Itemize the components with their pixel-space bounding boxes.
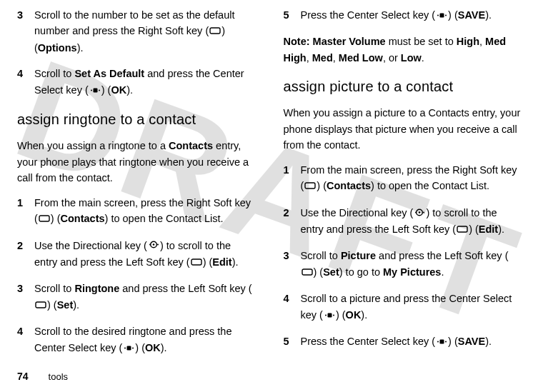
svg-point-29 bbox=[445, 341, 447, 343]
heading-assign-ringtone: assign ringtone to a contact bbox=[17, 109, 255, 131]
ringtone-step-4: 4 Scroll to the desired ringtone and pre… bbox=[17, 323, 255, 356]
high-label: High bbox=[457, 36, 479, 47]
picture-step-3: 3 Scroll to Picture and press the Left S… bbox=[284, 248, 522, 281]
text: ). bbox=[126, 84, 133, 96]
picture-step-5: 5 Press the Center Select key () (SAVE). bbox=[284, 333, 522, 350]
step-number: 4 bbox=[17, 66, 34, 99]
svg-rect-28 bbox=[440, 340, 444, 344]
text: and press the Left Soft key ( bbox=[376, 250, 508, 261]
contacts-label: Contacts bbox=[169, 140, 213, 151]
step-number: 4 bbox=[17, 323, 34, 356]
text: ) to open the Contact List. bbox=[371, 180, 489, 191]
text: ). bbox=[232, 256, 239, 268]
step-text: Press the Center Select key () (SAVE). bbox=[301, 7, 522, 24]
text: ) ( bbox=[135, 342, 145, 353]
text: When you assign a ringtone to a bbox=[17, 140, 169, 151]
options-label: Options bbox=[38, 42, 77, 54]
right-step-5: 5 Press the Center Select key () (SAVE). bbox=[284, 7, 522, 24]
text: ) ( bbox=[448, 9, 458, 21]
step-number: 3 bbox=[17, 7, 34, 56]
softkey-rect-icon bbox=[39, 211, 50, 227]
left-step-3: 3 Scroll to the number to be set as the … bbox=[17, 7, 255, 56]
softkey-rect-icon bbox=[191, 255, 202, 271]
directional-key-icon bbox=[414, 206, 425, 221]
svg-point-26 bbox=[333, 314, 334, 316]
save-label: SAVE bbox=[458, 336, 485, 347]
text: ). bbox=[77, 42, 84, 54]
text: ) ( bbox=[47, 299, 57, 311]
svg-point-21 bbox=[423, 211, 424, 213]
text: ) ( bbox=[51, 213, 61, 224]
text: Scroll to the number to be set as the de… bbox=[34, 9, 235, 36]
step-text: Scroll to Picture and press the Left Sof… bbox=[301, 248, 522, 281]
svg-point-20 bbox=[419, 211, 421, 213]
svg-rect-22 bbox=[457, 226, 467, 232]
picture-step-2: 2 Use the Directional key () to scroll t… bbox=[284, 205, 522, 238]
step-number: 3 bbox=[17, 281, 34, 313]
text: ). bbox=[498, 223, 504, 235]
note-label: Note: bbox=[284, 36, 310, 47]
text: , bbox=[333, 52, 339, 64]
text: ) ( bbox=[336, 309, 346, 321]
svg-point-11 bbox=[124, 347, 126, 348]
text: ) ( bbox=[469, 223, 479, 235]
ringtone-label: Ringtone bbox=[74, 283, 119, 294]
step-text: Scroll to the number to be set as the de… bbox=[34, 7, 255, 56]
med-label: Med bbox=[312, 52, 333, 64]
my-pictures-label: My Pictures bbox=[383, 266, 441, 278]
text: ) ( bbox=[203, 256, 213, 268]
svg-rect-12 bbox=[127, 346, 131, 350]
text: Scroll to bbox=[34, 283, 74, 294]
svg-point-13 bbox=[132, 347, 134, 348]
svg-point-16 bbox=[445, 14, 447, 16]
directional-key-icon bbox=[148, 238, 159, 253]
low-label: Low bbox=[401, 52, 422, 64]
text: ) ( bbox=[101, 84, 111, 96]
ok-label: OK bbox=[346, 309, 362, 321]
contacts-label: Contacts bbox=[61, 213, 105, 224]
text: ) ( bbox=[314, 266, 324, 278]
heading-assign-picture: assign picture to a contact bbox=[284, 76, 522, 98]
picture-step-4: 4 Scroll to a picture and press the Cent… bbox=[284, 291, 522, 323]
left-column: 3 Scroll to the number to be set as the … bbox=[17, 7, 255, 364]
edit-label: Edit bbox=[479, 223, 498, 235]
softkey-rect-icon bbox=[35, 298, 46, 313]
step-text: Scroll to Ringtone and press the Left So… bbox=[34, 281, 255, 313]
svg-point-3 bbox=[99, 89, 100, 91]
step-number: 4 bbox=[284, 291, 301, 323]
ringtone-step-1: 1 From the main screen, press the Right … bbox=[17, 195, 255, 228]
svg-rect-25 bbox=[327, 313, 332, 317]
set-label: Set bbox=[57, 299, 74, 311]
svg-rect-23 bbox=[302, 269, 312, 275]
text: , bbox=[307, 52, 312, 64]
text: . bbox=[441, 266, 444, 278]
picture-label: Picture bbox=[341, 250, 376, 261]
svg-rect-10 bbox=[36, 302, 46, 308]
ok-label: OK bbox=[145, 342, 161, 353]
text: and press the Left Soft key ( bbox=[119, 283, 251, 294]
step-number: 2 bbox=[17, 238, 34, 271]
center-select-icon bbox=[89, 83, 101, 99]
svg-rect-17 bbox=[305, 183, 315, 189]
step-text: From the main screen, press the Right So… bbox=[301, 162, 522, 195]
contacts-label: Contacts bbox=[327, 180, 371, 191]
svg-rect-9 bbox=[191, 259, 201, 265]
center-select-icon bbox=[123, 341, 134, 356]
softkey-rect-icon bbox=[304, 179, 316, 194]
step-number: 1 bbox=[17, 195, 34, 228]
step-text: Scroll to the desired ringtone and press… bbox=[34, 323, 255, 356]
text: ) ( bbox=[317, 180, 327, 191]
step-text: Scroll to a picture and press the Center… bbox=[301, 291, 522, 323]
page-footer: 74 tools bbox=[17, 371, 68, 382]
text: ) to go to bbox=[339, 266, 383, 278]
text: ). bbox=[361, 309, 367, 321]
text: ) ( bbox=[448, 336, 458, 347]
softkey-rect-icon bbox=[302, 265, 313, 281]
step-text: Use the Directional key () to scroll to … bbox=[301, 205, 522, 238]
text: ) to open the Contact List. bbox=[105, 213, 224, 224]
footer-section: tools bbox=[49, 371, 68, 382]
text: Press the Center Select key ( bbox=[301, 336, 436, 347]
step-number: 5 bbox=[284, 7, 301, 24]
ringtone-step-3: 3 Scroll to Ringtone and press the Left … bbox=[17, 281, 255, 313]
step-text: Use the Directional key () to scroll to … bbox=[34, 238, 255, 271]
